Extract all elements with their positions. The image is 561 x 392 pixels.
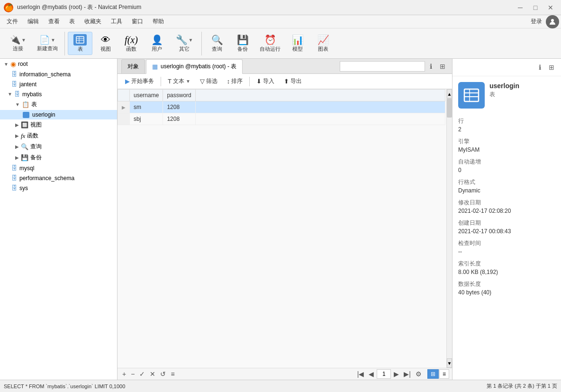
grid-toggle-button[interactable]: ⊞ [437,62,448,71]
login-button[interactable]: 登录 [531,18,542,26]
table-row[interactable]: ▶ sm 1208 [118,101,445,113]
sidebar-item-functions[interactable]: ▶ fx 函数 [0,130,117,141]
db-icon-mybatis: 🗄 [14,91,20,98]
statusbar-info: 第 1 条记录 (共 2 条) 于第 1 页 [487,383,557,390]
info-button[interactable]: ℹ [427,62,435,71]
functions-icon: fx [21,132,25,140]
rp-checktime-row: 检查时间 -- [458,239,555,255]
sidebar-item-mysql[interactable]: 🗄 mysql [0,163,117,173]
sidebar-item-sys[interactable]: 🗄 sys [0,183,117,193]
tab-objects[interactable]: 对象 [121,59,145,73]
sys-label: sys [19,185,28,191]
nav-menu-btn[interactable]: ≡ [169,369,176,379]
menu-tools[interactable]: 工具 [106,16,127,27]
toolbar-user[interactable]: 👤 用户 [145,32,169,55]
sidebar-item-backup[interactable]: ▶ 💾 备份 [0,152,117,163]
search-input[interactable] [340,61,425,72]
cell-password-1[interactable]: 1208 [163,101,195,113]
toolbar-auto-run[interactable]: ⏰ 自动运行 [256,32,284,55]
table-area: username password ▶ sm 1208 [118,89,452,368]
tab-userlogin[interactable]: ▦ userlogin @mybatis (root) - 表 [146,59,243,74]
main-content: ▼ ◉ root 🗄 information_schema 🗄 jantent … [0,59,561,380]
toolbar-model[interactable]: 📊 模型 [285,32,310,55]
scroll-up-btn[interactable]: ▲ [447,89,452,99]
root-chevron: ▼ [4,62,9,67]
filter-btn[interactable]: ▽ 筛选 [196,76,221,87]
nav-last-btn[interactable]: ▶| [402,369,413,379]
sidebar-item-performance-schema[interactable]: 🗄 performance_schema [0,173,117,183]
db-icon-sys: 🗄 [11,184,18,191]
functions-label: 函数 [27,132,38,140]
sidebar-item-mybatis[interactable]: ▼ 🗄 mybatis [0,89,117,99]
nav-add-btn[interactable]: + [120,369,128,379]
rp-checktime-label: 检查时间 [458,239,555,247]
table-scrollbar[interactable]: ▲ ▼ [446,89,452,368]
close-button[interactable]: ✕ [544,3,557,12]
scroll-track[interactable] [447,99,452,358]
sort-btn[interactable]: ↕ 排序 [223,76,247,87]
rp-title-area: userlogin 表 [489,82,519,104]
maximize-button[interactable]: □ [529,3,542,12]
menu-table[interactable]: 表 [64,16,80,27]
menu-favorites[interactable]: 收藏夹 [80,16,106,27]
nav-prev-btn[interactable]: ◀ [367,369,376,379]
auto-run-label: 自动运行 [260,46,280,53]
toolbar-backup[interactable]: 💾 备份 [230,32,255,55]
form-view-btn[interactable]: ≡ [439,369,449,379]
toolbar-query[interactable]: 🔍 查询 [205,32,229,55]
backup-chevron: ▶ [15,155,19,160]
new-query-label: 新建查询 [37,45,58,52]
sidebar-item-jantent[interactable]: 🗄 jantent [0,79,117,89]
begin-transaction-btn[interactable]: ▶ 开始事务 [121,76,158,87]
toolbar-connect[interactable]: 🔌 ▼ 连接 [4,33,32,54]
cell-password-2[interactable]: 1208 [163,113,195,125]
views-icon: 🔲 [21,121,28,128]
table-scroll-container[interactable]: username password ▶ sm 1208 [118,89,452,368]
text-btn[interactable]: T 文本 ▼ [164,76,194,87]
menu-edit[interactable]: 编辑 [23,16,44,27]
sidebar-item-tables-group[interactable]: ▼ 📋 表 [0,99,117,110]
toolbar-new-query[interactable]: 📄 ▼ 新建查询 [33,33,62,54]
sidebar-item-information-schema[interactable]: 🗄 information_schema [0,69,117,79]
table-row[interactable]: sbj 1208 [118,113,445,125]
import-icon: ⬇ [256,78,262,85]
toolbar-function[interactable]: f(x) 函数 [119,33,144,55]
nav-check-btn[interactable]: ✓ [137,369,147,379]
menu-view[interactable]: 查看 [44,16,64,27]
export-label: 导出 [290,77,302,85]
import-label: 导入 [263,77,274,85]
toolbar-table[interactable]: 表 [68,32,92,55]
scroll-thumb[interactable] [447,99,452,118]
nav-next-btn[interactable]: ▶ [392,369,401,379]
toolbar-other[interactable]: 🔧 ▼ 其它 [170,32,199,55]
cell-username-1[interactable]: sm [130,101,163,113]
menu-help[interactable]: 帮助 [148,16,169,27]
menu-file[interactable]: 文件 [2,16,23,27]
grid-view-btn[interactable]: ⊞ [427,369,439,379]
toolbar-chart[interactable]: 📈 图表 [311,32,335,55]
rp-info-button[interactable]: ℹ [536,63,544,72]
menu-window[interactable]: 窗口 [127,16,148,27]
sidebar-item-views[interactable]: ▶ 🔲 视图 [0,119,117,130]
nav-refresh-btn[interactable]: ↺ [158,369,168,379]
nav-x-btn[interactable]: ✕ [148,369,157,379]
rp-grid-button[interactable]: ⊞ [546,63,557,72]
nav-settings-btn[interactable]: ⚙ [414,369,424,379]
nav-delete-btn[interactable]: − [129,369,136,379]
tabs-bar: 对象 ▦ userlogin @mybatis (root) - 表 ℹ ⊞ [118,59,452,74]
import-btn[interactable]: ⬇ 导入 [253,76,278,87]
nav-page-input[interactable] [377,369,391,379]
sidebar-item-queries[interactable]: ▶ 🔍 查询 [0,141,117,152]
minimize-button[interactable]: ─ [514,3,527,12]
toolbar-view[interactable]: 👁 视图 [93,33,118,55]
rp-engine-row: 引擎 MyISAM [458,137,555,153]
export-btn[interactable]: ⬆ 导出 [280,76,306,87]
scroll-down-btn[interactable]: ▼ [447,358,452,368]
db-icon-jantent: 🗄 [11,81,18,88]
nav-first-btn[interactable]: |◀ [355,369,366,379]
cell-username-2[interactable]: sbj [130,113,163,125]
th-username: username [130,90,163,101]
sidebar-item-root[interactable]: ▼ ◉ root [0,59,117,69]
sidebar-item-userlogin[interactable]: userlogin [0,110,117,119]
text-icon: T [168,78,172,85]
